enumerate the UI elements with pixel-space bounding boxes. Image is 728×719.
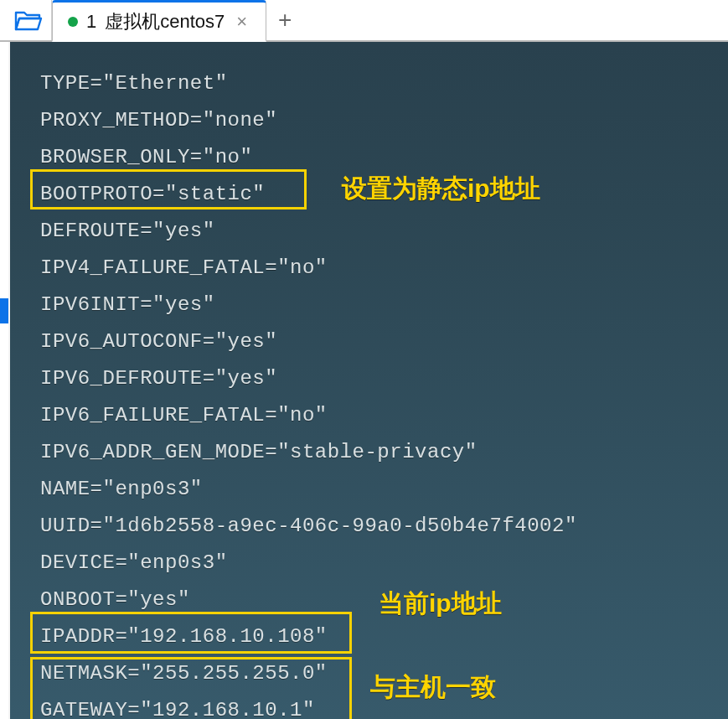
- config-line: PROXY_METHOD="none": [40, 102, 711, 139]
- config-line: IPV6_DEFROUTE="yes": [40, 360, 711, 397]
- config-line: IPV6_ADDR_GEN_MODE="stable-privacy": [40, 434, 711, 471]
- config-line: UUID="1d6b2558-a9ec-406c-99a0-d50b4e7f40…: [40, 508, 711, 545]
- open-folder-button[interactable]: [5, 0, 52, 40]
- gutter: [0, 42, 8, 719]
- config-line: BROWSER_ONLY="no": [40, 139, 711, 176]
- config-line: TYPE="Ethernet": [40, 65, 711, 102]
- terminal-view[interactable]: TYPE="Ethernet" PROXY_METHOD="none" BROW…: [10, 42, 728, 719]
- config-line: GATEWAY="192.168.10.1": [40, 692, 711, 719]
- config-line: IPADDR="192.168.10.108": [40, 618, 711, 655]
- config-line: DEVICE="enp0s3": [40, 545, 711, 582]
- status-dot-icon: [68, 17, 78, 27]
- tab-vm-centos7[interactable]: 1 虚拟机centos7 ×: [52, 0, 266, 42]
- config-line: IPV6_FAILURE_FATAL="no": [40, 397, 711, 434]
- config-line: IPV4_FAILURE_FATAL="no": [40, 250, 711, 287]
- tab-number: 1: [86, 11, 96, 33]
- config-line: IPV6_AUTOCONF="yes": [40, 323, 711, 360]
- config-line: ONBOOT="yes": [40, 582, 711, 618]
- config-line: NETMASK="255.255.255.0": [40, 655, 711, 692]
- config-line: DEFROUTE="yes": [40, 213, 711, 250]
- close-icon[interactable]: ×: [233, 13, 250, 31]
- terminal-container: TYPE="Ethernet" PROXY_METHOD="none" BROW…: [0, 42, 728, 719]
- folder-open-icon: [14, 9, 43, 31]
- config-line: BOOTPROTO="static": [40, 176, 711, 213]
- tab-title: 虚拟机centos7: [105, 9, 225, 34]
- config-line: IPV6INIT="yes": [40, 287, 711, 323]
- plus-icon: +: [278, 7, 292, 34]
- new-tab-button[interactable]: +: [266, 0, 303, 40]
- gutter-selection-marker: [0, 298, 8, 323]
- config-line: NAME="enp0s3": [40, 471, 711, 508]
- tab-bar: 1 虚拟机centos7 × +: [0, 0, 728, 42]
